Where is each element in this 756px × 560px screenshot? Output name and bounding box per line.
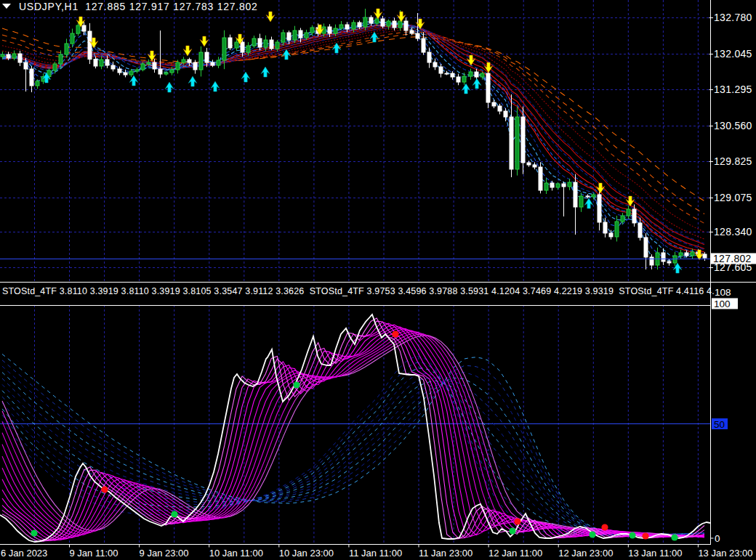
svg-text:13 Jan 23:00: 13 Jan 23:00	[698, 548, 752, 559]
svg-text:132.045: 132.045	[714, 48, 752, 60]
svg-text:12 Jan 23:00: 12 Jan 23:00	[558, 548, 613, 559]
svg-text:129.075: 129.075	[714, 192, 752, 203]
svg-text:13 Jan 11:00: 13 Jan 11:00	[628, 548, 682, 559]
svg-text:USDJPY,H1 127.885 127.917 127: USDJPY,H1 127.885 127.917 127.783 127.80…	[19, 1, 258, 12]
svg-text:130.560: 130.560	[714, 120, 752, 131]
svg-text:100: 100	[714, 299, 731, 309]
svg-text:9 Jan 11:00: 9 Jan 11:00	[70, 548, 118, 559]
svg-text:11 Jan 23:00: 11 Jan 23:00	[419, 548, 472, 559]
svg-text:9 Jan 23:00: 9 Jan 23:00	[140, 548, 189, 559]
svg-text:STOStd_4TF 3.8110 3.3919 3.811: STOStd_4TF 3.8110 3.3919 3.8110 3.3919 3…	[2, 286, 715, 296]
svg-text:108: 108	[715, 287, 731, 298]
svg-text:0: 0	[715, 533, 720, 544]
svg-text:10 Jan 23:00: 10 Jan 23:00	[279, 548, 334, 559]
svg-text:131.295: 131.295	[714, 84, 752, 95]
svg-text:129.825: 129.825	[714, 155, 752, 167]
svg-text:127.802: 127.802	[713, 253, 752, 264]
svg-text:11 Jan 11:00: 11 Jan 11:00	[349, 548, 402, 559]
svg-text:10 Jan 11:00: 10 Jan 11:00	[209, 548, 263, 559]
svg-text:50: 50	[714, 419, 725, 430]
svg-text:128.340: 128.340	[714, 226, 752, 238]
svg-text:6 Jan 2023: 6 Jan 2023	[1, 548, 47, 559]
svg-text:132.780: 132.780	[714, 12, 752, 23]
svg-text:12 Jan 11:00: 12 Jan 11:00	[488, 548, 542, 559]
